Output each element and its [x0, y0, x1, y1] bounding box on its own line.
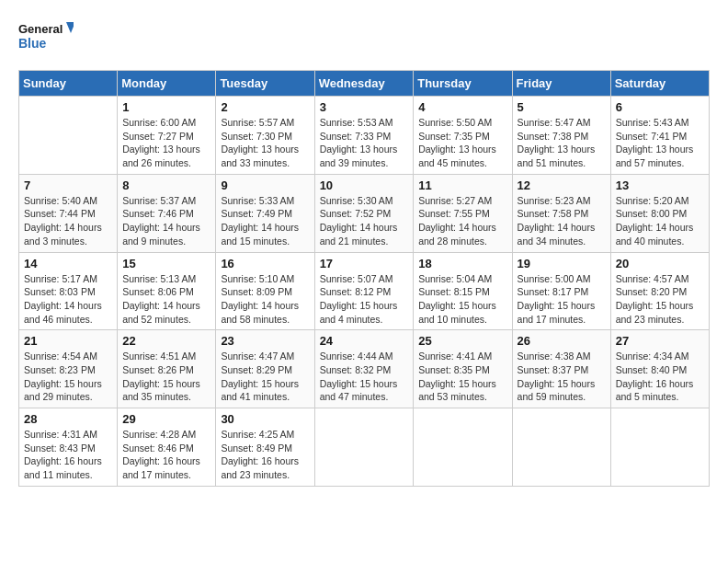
calendar-cell: 26Sunrise: 4:38 AM Sunset: 8:37 PM Dayli… — [512, 330, 610, 408]
calendar-cell — [414, 408, 512, 487]
logo: General Blue — [18, 18, 74, 55]
day-info: Sunrise: 5:13 AM Sunset: 8:06 PM Dayligh… — [122, 272, 210, 327]
day-number: 3 — [320, 100, 409, 114]
day-number: 19 — [518, 257, 606, 270]
weekday-header: Monday — [118, 71, 216, 97]
day-number: 5 — [518, 100, 606, 114]
day-info: Sunrise: 5:47 AM Sunset: 7:38 PM Dayligh… — [518, 116, 606, 170]
day-number: 27 — [616, 334, 704, 348]
calendar-cell: 14Sunrise: 5:17 AM Sunset: 8:03 PM Dayli… — [19, 252, 118, 330]
day-info: Sunrise: 4:47 AM Sunset: 8:29 PM Dayligh… — [221, 350, 309, 404]
day-number: 1 — [122, 100, 210, 114]
day-info: Sunrise: 5:57 AM Sunset: 7:30 PM Dayligh… — [221, 116, 309, 170]
calendar-week-row: 21Sunrise: 4:54 AM Sunset: 8:23 PM Dayli… — [19, 330, 710, 408]
calendar-cell: 6Sunrise: 5:43 AM Sunset: 7:41 PM Daylig… — [610, 97, 709, 175]
calendar-cell — [512, 408, 610, 487]
day-number: 26 — [518, 334, 606, 348]
day-number: 25 — [418, 334, 506, 348]
weekday-header: Saturday — [610, 71, 709, 97]
day-number: 21 — [24, 334, 112, 348]
day-info: Sunrise: 5:33 AM Sunset: 7:49 PM Dayligh… — [221, 194, 309, 248]
calendar-cell: 27Sunrise: 4:34 AM Sunset: 8:40 PM Dayli… — [610, 330, 709, 408]
day-info: Sunrise: 4:31 AM Sunset: 8:43 PM Dayligh… — [24, 428, 112, 482]
weekday-header: Sunday — [19, 71, 118, 97]
calendar-week-row: 28Sunrise: 4:31 AM Sunset: 8:43 PM Dayli… — [19, 408, 710, 487]
calendar-cell: 20Sunrise: 4:57 AM Sunset: 8:20 PM Dayli… — [610, 252, 709, 330]
calendar-cell: 5Sunrise: 5:47 AM Sunset: 7:38 PM Daylig… — [512, 97, 610, 175]
calendar-cell: 22Sunrise: 4:51 AM Sunset: 8:26 PM Dayli… — [118, 330, 216, 408]
day-info: Sunrise: 5:07 AM Sunset: 8:12 PM Dayligh… — [320, 272, 409, 327]
calendar-cell: 1Sunrise: 6:00 AM Sunset: 7:27 PM Daylig… — [118, 97, 216, 175]
calendar-week-row: 7Sunrise: 5:40 AM Sunset: 7:44 PM Daylig… — [19, 174, 710, 252]
calendar-cell — [610, 408, 709, 487]
day-number: 16 — [221, 257, 309, 270]
calendar-cell: 28Sunrise: 4:31 AM Sunset: 8:43 PM Dayli… — [19, 408, 118, 487]
calendar-cell: 13Sunrise: 5:20 AM Sunset: 8:00 PM Dayli… — [610, 174, 709, 252]
day-info: Sunrise: 5:53 AM Sunset: 7:33 PM Dayligh… — [320, 116, 409, 170]
day-info: Sunrise: 5:37 AM Sunset: 7:46 PM Dayligh… — [122, 194, 210, 248]
day-number: 2 — [221, 100, 309, 114]
day-number: 18 — [418, 257, 506, 270]
calendar-cell: 3Sunrise: 5:53 AM Sunset: 7:33 PM Daylig… — [314, 97, 414, 175]
day-number: 28 — [24, 412, 112, 426]
day-number: 13 — [616, 178, 704, 192]
weekday-header: Thursday — [414, 71, 512, 97]
calendar-cell — [19, 97, 118, 175]
day-info: Sunrise: 5:27 AM Sunset: 7:55 PM Dayligh… — [418, 194, 506, 248]
day-info: Sunrise: 4:44 AM Sunset: 8:32 PM Dayligh… — [320, 350, 409, 404]
weekday-header: Friday — [512, 71, 610, 97]
day-number: 24 — [320, 334, 409, 348]
svg-marker-2 — [66, 22, 74, 33]
day-number: 23 — [221, 334, 309, 348]
day-info: Sunrise: 5:40 AM Sunset: 7:44 PM Dayligh… — [24, 194, 112, 248]
day-number: 29 — [122, 412, 210, 426]
day-number: 17 — [320, 257, 409, 270]
calendar-cell: 17Sunrise: 5:07 AM Sunset: 8:12 PM Dayli… — [314, 252, 414, 330]
calendar-cell: 16Sunrise: 5:10 AM Sunset: 8:09 PM Dayli… — [216, 252, 314, 330]
calendar-cell: 12Sunrise: 5:23 AM Sunset: 7:58 PM Dayli… — [512, 174, 610, 252]
day-info: Sunrise: 5:20 AM Sunset: 8:00 PM Dayligh… — [616, 194, 704, 248]
calendar-cell: 29Sunrise: 4:28 AM Sunset: 8:46 PM Dayli… — [118, 408, 216, 487]
day-info: Sunrise: 4:57 AM Sunset: 8:20 PM Dayligh… — [616, 272, 704, 327]
calendar-week-row: 14Sunrise: 5:17 AM Sunset: 8:03 PM Dayli… — [19, 252, 710, 330]
calendar-cell: 4Sunrise: 5:50 AM Sunset: 7:35 PM Daylig… — [414, 97, 512, 175]
calendar-cell: 11Sunrise: 5:27 AM Sunset: 7:55 PM Dayli… — [414, 174, 512, 252]
calendar-header-row: SundayMondayTuesdayWednesdayThursdayFrid… — [19, 71, 710, 97]
day-info: Sunrise: 5:50 AM Sunset: 7:35 PM Dayligh… — [418, 116, 506, 170]
calendar-cell: 25Sunrise: 4:41 AM Sunset: 8:35 PM Dayli… — [414, 330, 512, 408]
day-number: 11 — [418, 178, 506, 192]
day-number: 8 — [122, 178, 210, 192]
calendar-cell: 15Sunrise: 5:13 AM Sunset: 8:06 PM Dayli… — [118, 252, 216, 330]
day-number: 22 — [122, 334, 210, 348]
day-info: Sunrise: 5:30 AM Sunset: 7:52 PM Dayligh… — [320, 194, 409, 248]
day-info: Sunrise: 4:28 AM Sunset: 8:46 PM Dayligh… — [122, 428, 210, 482]
calendar-cell: 10Sunrise: 5:30 AM Sunset: 7:52 PM Dayli… — [314, 174, 414, 252]
calendar-cell: 7Sunrise: 5:40 AM Sunset: 7:44 PM Daylig… — [19, 174, 118, 252]
day-info: Sunrise: 4:25 AM Sunset: 8:49 PM Dayligh… — [221, 428, 309, 482]
day-info: Sunrise: 5:43 AM Sunset: 7:41 PM Dayligh… — [616, 116, 704, 170]
calendar-table: SundayMondayTuesdayWednesdayThursdayFrid… — [18, 70, 710, 487]
day-number: 9 — [221, 178, 309, 192]
calendar-cell: 30Sunrise: 4:25 AM Sunset: 8:49 PM Dayli… — [216, 408, 314, 487]
day-number: 12 — [518, 178, 606, 192]
calendar-cell: 9Sunrise: 5:33 AM Sunset: 7:49 PM Daylig… — [216, 174, 314, 252]
day-info: Sunrise: 4:41 AM Sunset: 8:35 PM Dayligh… — [418, 350, 506, 404]
calendar-cell: 21Sunrise: 4:54 AM Sunset: 8:23 PM Dayli… — [19, 330, 118, 408]
calendar-cell: 19Sunrise: 5:00 AM Sunset: 8:17 PM Dayli… — [512, 252, 610, 330]
day-info: Sunrise: 5:23 AM Sunset: 7:58 PM Dayligh… — [518, 194, 606, 248]
day-info: Sunrise: 4:38 AM Sunset: 8:37 PM Dayligh… — [518, 350, 606, 404]
calendar-cell: 2Sunrise: 5:57 AM Sunset: 7:30 PM Daylig… — [216, 97, 314, 175]
day-info: Sunrise: 6:00 AM Sunset: 7:27 PM Dayligh… — [122, 116, 210, 170]
day-number: 20 — [616, 257, 704, 270]
day-info: Sunrise: 4:34 AM Sunset: 8:40 PM Dayligh… — [616, 350, 704, 404]
day-info: Sunrise: 5:17 AM Sunset: 8:03 PM Dayligh… — [24, 272, 112, 327]
calendar-week-row: 1Sunrise: 6:00 AM Sunset: 7:27 PM Daylig… — [19, 97, 710, 175]
page-header: General Blue — [18, 18, 710, 55]
calendar-cell — [314, 408, 414, 487]
weekday-header: Tuesday — [216, 71, 314, 97]
day-number: 15 — [122, 257, 210, 270]
day-number: 6 — [616, 100, 704, 114]
day-number: 10 — [320, 178, 409, 192]
day-info: Sunrise: 4:51 AM Sunset: 8:26 PM Dayligh… — [122, 350, 210, 404]
day-info: Sunrise: 5:04 AM Sunset: 8:15 PM Dayligh… — [418, 272, 506, 327]
